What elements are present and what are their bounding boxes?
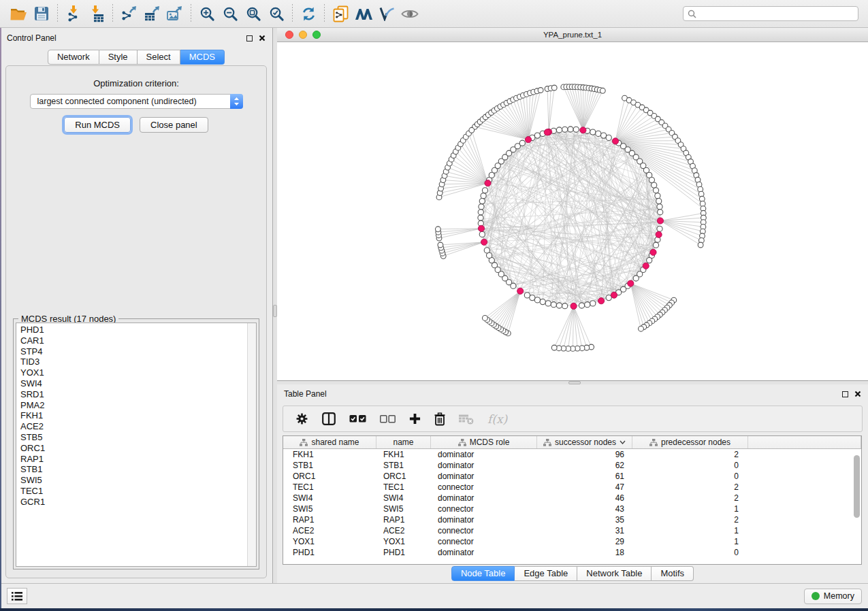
toolbar-separator bbox=[57, 4, 58, 23]
tab-network-table[interactable]: Network Table bbox=[577, 566, 652, 581]
zoom-fit-icon[interactable] bbox=[242, 3, 265, 24]
network-search-box[interactable] bbox=[683, 6, 858, 21]
export-image-icon[interactable] bbox=[163, 3, 187, 24]
select-all-icon[interactable] bbox=[349, 414, 366, 423]
mcds-result-item[interactable]: PMA2 bbox=[16, 400, 256, 411]
cell-mcds-role: dominator bbox=[431, 461, 537, 470]
control-panel: Control Panel NetworkStyleSelectMCDS Opt… bbox=[0, 28, 273, 583]
table-row[interactable]: PHD1PHD1dominator180 bbox=[283, 547, 861, 558]
mcds-result-item[interactable]: TEC1 bbox=[16, 486, 256, 497]
import-table-icon[interactable] bbox=[85, 3, 108, 24]
column-header-successor-nodes[interactable]: successor nodes bbox=[537, 436, 632, 448]
close-table-panel-icon[interactable] bbox=[854, 391, 861, 397]
float-table-panel-icon[interactable] bbox=[842, 391, 848, 397]
table-row[interactable]: SWI4SWI4dominator462 bbox=[283, 493, 861, 503]
save-session-icon[interactable] bbox=[30, 3, 53, 24]
run-mcds-button[interactable]: Run MCDS bbox=[64, 117, 131, 133]
column-header-shared-name[interactable]: shared name bbox=[283, 436, 376, 448]
mcds-result-item[interactable]: GCR1 bbox=[16, 497, 256, 508]
graphics-details-icon[interactable] bbox=[375, 3, 398, 24]
column-header-MCDS-role[interactable]: MCDS role bbox=[431, 436, 537, 448]
zoom-in-icon[interactable] bbox=[195, 3, 219, 24]
network-window-titlebar: YPA_prune.txt_1 bbox=[277, 28, 868, 42]
mcds-tab-panel: Optimization criterion: largest connecte… bbox=[5, 65, 267, 578]
desktop-edge bbox=[0, 28, 1, 608]
search-input[interactable] bbox=[700, 9, 854, 18]
zoom-selected-icon[interactable] bbox=[265, 3, 288, 24]
tab-network[interactable]: Network bbox=[48, 50, 99, 65]
create-column-icon[interactable] bbox=[409, 413, 421, 425]
tab-motifs[interactable]: Motifs bbox=[652, 566, 694, 581]
table-row[interactable]: FKH1FKH1dominator962 bbox=[283, 449, 861, 460]
cell-mcds-role: connector bbox=[431, 526, 537, 535]
tree-column-icon bbox=[458, 439, 466, 446]
memory-button[interactable]: Memory bbox=[804, 589, 862, 604]
task-list-icon bbox=[12, 592, 22, 601]
criterion-dropdown[interactable]: largest connected component (undirected) bbox=[30, 94, 243, 109]
float-panel-icon[interactable] bbox=[246, 35, 253, 42]
mcds-result-item[interactable]: YOX1 bbox=[16, 367, 256, 378]
column-label: predecessor nodes bbox=[661, 437, 730, 447]
close-panel-button[interactable]: Close panel bbox=[140, 117, 208, 133]
column-header-name[interactable]: name bbox=[376, 436, 431, 448]
cell-predecessor-nodes: 0 bbox=[632, 472, 748, 481]
mcds-result-item[interactable]: SWI4 bbox=[16, 378, 256, 389]
refresh-icon[interactable] bbox=[297, 3, 320, 24]
ndex-share-icon[interactable] bbox=[329, 3, 352, 24]
table-row[interactable]: TEC1TEC1connector472 bbox=[283, 482, 861, 493]
table-toolbar: f(x) bbox=[283, 406, 863, 432]
table-panel-title: Table Panel bbox=[284, 389, 327, 399]
tab-edge-table[interactable]: Edge Table bbox=[515, 566, 577, 581]
table-row[interactable]: ORC1ORC1dominator610 bbox=[283, 471, 861, 482]
close-panel-icon[interactable] bbox=[259, 35, 266, 42]
table-scrollbar-thumb[interactable] bbox=[854, 455, 860, 518]
mcds-result-item[interactable]: TID3 bbox=[16, 357, 256, 367]
mcds-result-item[interactable]: PHD1 bbox=[16, 325, 256, 335]
tab-node-table[interactable]: Node Table bbox=[451, 566, 515, 581]
cell-successor-nodes: 61 bbox=[537, 472, 632, 481]
tab-style[interactable]: Style bbox=[99, 50, 138, 65]
show-columns-icon[interactable] bbox=[322, 412, 336, 425]
zoom-out-icon[interactable] bbox=[219, 3, 242, 24]
tab-mcds[interactable]: MCDS bbox=[180, 50, 225, 65]
mcds-result-item[interactable]: STB5 bbox=[16, 432, 256, 443]
column-header-predecessor-nodes[interactable]: predecessor nodes bbox=[632, 436, 748, 448]
mcds-result-item[interactable]: CAR1 bbox=[16, 335, 256, 346]
delete-columns-icon[interactable] bbox=[434, 412, 445, 426]
toolbar-separator bbox=[292, 4, 293, 23]
mcds-result-item[interactable]: ORC1 bbox=[16, 443, 256, 454]
mcds-result-item[interactable]: ACE2 bbox=[16, 421, 256, 432]
mcds-result-item[interactable]: SRD1 bbox=[16, 389, 256, 400]
table-row[interactable]: SWI5SWI5connector431 bbox=[283, 503, 861, 514]
export-table-icon[interactable] bbox=[140, 3, 163, 24]
tab-select[interactable]: Select bbox=[138, 50, 180, 65]
network-canvas[interactable] bbox=[277, 42, 868, 380]
cell-shared-name: SWI5 bbox=[283, 504, 376, 514]
network-view-window: YPA_prune.txt_1 bbox=[277, 28, 868, 381]
export-network-icon[interactable] bbox=[117, 3, 140, 24]
table-options-gear-icon[interactable] bbox=[295, 412, 308, 425]
table-row[interactable]: ACE2ACE2connector311 bbox=[283, 525, 861, 536]
open-file-icon[interactable] bbox=[7, 3, 30, 24]
mcds-result-item[interactable]: STP4 bbox=[16, 346, 256, 357]
mcds-result-item[interactable]: SWI5 bbox=[16, 475, 256, 486]
cell-predecessor-nodes: 0 bbox=[632, 461, 748, 470]
cell-predecessor-nodes: 2 bbox=[632, 450, 748, 459]
mcds-result-list[interactable]: PHD1CAR1STP4TID3YOX1SWI4SRD1PMA2FKH1ACE2… bbox=[16, 323, 257, 567]
mcds-result-item[interactable]: RAP1 bbox=[16, 454, 256, 465]
deselect-all-icon[interactable] bbox=[380, 415, 396, 423]
mcds-list-scrollbar[interactable] bbox=[247, 323, 256, 566]
table-row[interactable]: RAP1RAP1dominator352 bbox=[283, 514, 861, 525]
mcds-result-item[interactable]: FKH1 bbox=[16, 410, 256, 421]
table-row[interactable]: YOX1YOX1connector291 bbox=[283, 536, 861, 547]
node-table[interactable]: shared namenameMCDS rolesuccessor nodesp… bbox=[283, 435, 862, 565]
cell-shared-name: SWI4 bbox=[283, 493, 376, 503]
eye-icon[interactable] bbox=[398, 3, 421, 24]
import-network-icon[interactable] bbox=[62, 3, 85, 24]
network-graph[interactable] bbox=[277, 42, 867, 380]
mcds-result-item[interactable]: STB1 bbox=[16, 464, 256, 475]
task-history-button[interactable] bbox=[7, 588, 27, 604]
toolbar-separator bbox=[324, 4, 325, 23]
network-search-icon[interactable] bbox=[352, 3, 375, 24]
table-row[interactable]: STB1STB1dominator620 bbox=[283, 460, 861, 471]
